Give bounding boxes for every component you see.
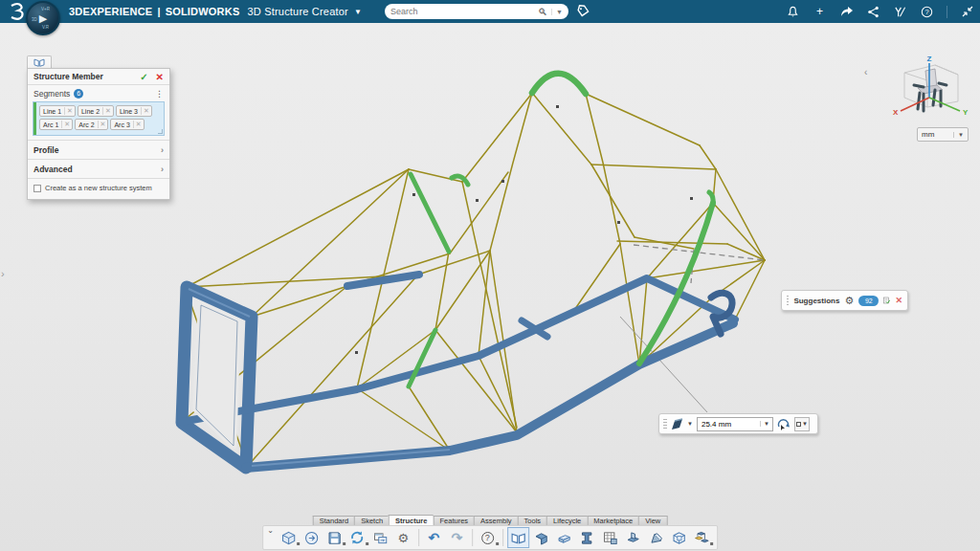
search-scope-chevron-icon[interactable]: ▼: [551, 9, 563, 15]
segment-chip[interactable]: Line 3✕: [116, 105, 152, 117]
drag-handle[interactable]: [663, 418, 667, 430]
chip-remove-icon[interactable]: ✕: [61, 121, 70, 128]
segments-row: Segments 6 ⋮: [28, 85, 169, 101]
search-icon[interactable]: 🔍︎: [538, 7, 547, 17]
chip-remove-icon[interactable]: ✕: [98, 121, 106, 128]
flip-direction-icon[interactable]: [777, 418, 791, 430]
segment-chip[interactable]: Arc 1✕: [39, 119, 73, 130]
toolbar-collapse-icon[interactable]: ⌄: [267, 526, 274, 535]
add-icon[interactable]: +: [813, 5, 827, 19]
selected-segment-arc-2: [532, 74, 586, 94]
compass-quadrant: V.R: [42, 25, 49, 30]
chip-remove-icon[interactable]: ✕: [133, 121, 142, 128]
signature-icon[interactable]: [893, 5, 907, 19]
segment-chip-label: Arc 3: [114, 121, 129, 128]
checkbox-label: Create as a new structure system: [45, 184, 152, 192]
suggestions-settings-icon[interactable]: ⚙: [844, 295, 854, 307]
selected-segment-line-1: [411, 174, 449, 252]
resize-handle[interactable]: [158, 129, 163, 134]
flyout-dot: [496, 542, 499, 545]
apply-button[interactable]: ✓: [140, 72, 147, 82]
save-icon[interactable]: [323, 527, 345, 548]
app-title: 3D Structure Creator: [247, 6, 347, 17]
settings-gear-icon[interactable]: ⚙: [392, 527, 414, 548]
axis-y-label: Y: [963, 108, 969, 117]
units-dropdown[interactable]: mm ▼: [917, 127, 969, 142]
toolbar-separator: [472, 529, 473, 546]
app-switcher-chevron-icon[interactable]: ▼: [354, 8, 362, 16]
member-table-tool[interactable]: [599, 527, 621, 548]
beam-tool[interactable]: [576, 527, 598, 548]
structure-member-tool[interactable]: [507, 527, 529, 548]
global-search[interactable]: 🔍︎ ▼: [385, 4, 568, 19]
alignment-square-icon: [796, 422, 801, 427]
flyout-dot: [297, 542, 300, 545]
chevron-right-icon: ›: [161, 145, 164, 155]
flyout-dot: [343, 542, 345, 545]
share-nodes-icon[interactable]: [866, 5, 880, 19]
size-input[interactable]: [698, 420, 753, 429]
segment-chip[interactable]: Arc 3✕: [110, 119, 144, 130]
left-panel-expander-icon[interactable]: ›: [1, 268, 5, 279]
sync-icon[interactable]: [346, 527, 368, 548]
gusset-tool[interactable]: [622, 527, 644, 548]
swap-window-icon[interactable]: [369, 527, 391, 548]
corner-treatment-chevron-icon[interactable]: ▼: [687, 421, 693, 427]
view-orientation-triad[interactable]: Z X Y: [876, 55, 971, 130]
segment-chip[interactable]: Line 1✕: [39, 105, 76, 117]
chip-remove-icon[interactable]: ✕: [64, 107, 73, 115]
compass-play-icon[interactable]: ▶: [39, 13, 47, 24]
cancel-button[interactable]: ✕: [156, 72, 164, 82]
segments-count-badge: 6: [74, 89, 83, 99]
segments-menu-icon[interactable]: ⋮: [155, 89, 164, 99]
chip-remove-icon[interactable]: ✕: [102, 107, 111, 115]
open-icon[interactable]: [301, 527, 323, 548]
share-arrow-icon[interactable]: [839, 5, 854, 19]
3dexperience-compass[interactable]: ▶ V+R 3D V.R: [26, 1, 60, 35]
triad-collapse-icon[interactable]: ‹: [864, 67, 867, 77]
suggestions-close-icon[interactable]: ✕: [895, 296, 902, 305]
chip-remove-icon[interactable]: ✕: [141, 107, 149, 115]
corner-gusset-tool[interactable]: [645, 527, 667, 548]
advanced-section[interactable]: Advanced ›: [28, 159, 169, 178]
drag-handle[interactable]: [787, 295, 789, 306]
pattern-tool[interactable]: [691, 527, 713, 548]
brand-solidworks: SOLIDWORKS: [166, 6, 240, 17]
collapse-icon[interactable]: [960, 5, 974, 19]
redo-icon[interactable]: ↷: [446, 527, 468, 548]
segment-chip[interactable]: Line 2✕: [78, 105, 114, 117]
corner-trim-tool[interactable]: [530, 527, 552, 548]
help-icon[interactable]: ?: [477, 527, 499, 548]
toolbar-separator: [418, 529, 419, 546]
panel-title: Structure Member: [33, 72, 140, 81]
compass-quadrant: 3D: [32, 17, 37, 22]
panel-tab[interactable]: [27, 55, 52, 68]
segment-chip-label: Line 2: [81, 108, 100, 115]
toolbar-separator: [502, 529, 503, 546]
tag-icon[interactable]: [575, 4, 590, 19]
alignment-chevron-icon: ▼: [802, 421, 808, 427]
panel-header: Structure Member ✓ ✕: [28, 69, 169, 85]
new-structure-system-checkbox[interactable]: [33, 185, 41, 192]
dimension-toolbar: ▼ ▼ ▼: [658, 413, 818, 434]
topbar-actions: + ?: [786, 0, 974, 23]
axis-x-label: X: [893, 108, 899, 117]
panel-tool[interactable]: [553, 527, 575, 548]
brand-3dexperience: 3DEXPERIENCE: [69, 6, 152, 17]
help-icon[interactable]: ?: [920, 5, 934, 19]
cube-tool[interactable]: [668, 527, 690, 548]
alignment-button[interactable]: ▼: [794, 417, 810, 431]
brand-separator: |: [157, 6, 160, 17]
new-part-icon[interactable]: [278, 527, 300, 548]
bell-icon[interactable]: [786, 5, 800, 19]
search-input[interactable]: [390, 7, 538, 16]
corner-treatment-icon[interactable]: [671, 418, 683, 430]
profile-section[interactable]: Profile ›: [28, 140, 169, 159]
size-chevron-icon[interactable]: ▼: [760, 421, 772, 427]
selected-segment-line-2: [409, 330, 435, 386]
undo-icon[interactable]: ↶: [423, 527, 445, 548]
axis-z-label: Z: [927, 55, 932, 63]
segment-chip[interactable]: Arc 2✕: [75, 119, 108, 130]
segments-selection-box[interactable]: Line 1✕ Line 2✕ Line 3✕ Arc 1✕ Arc 2✕ Ar…: [33, 101, 165, 136]
apply-suggestions-icon[interactable]: [883, 295, 890, 306]
